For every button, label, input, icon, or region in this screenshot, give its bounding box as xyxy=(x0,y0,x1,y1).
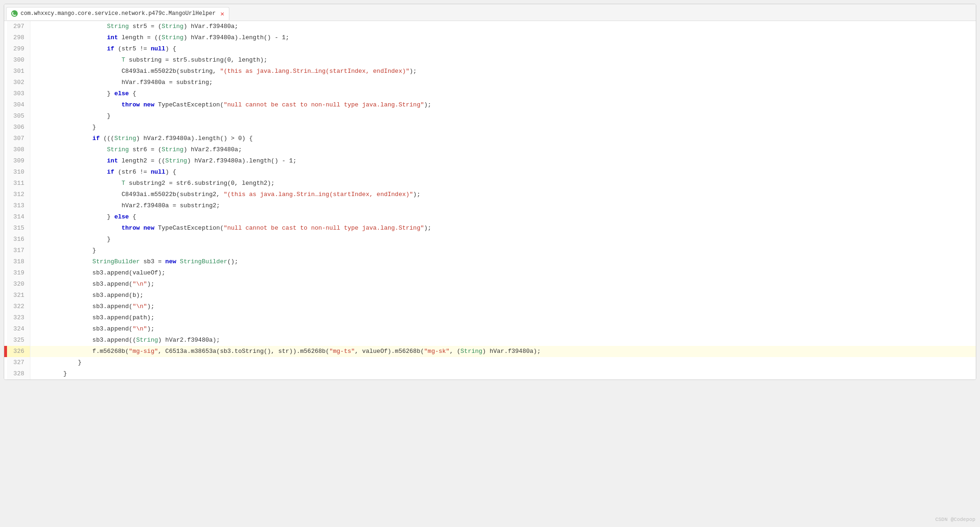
line-content: sb3.append("\n"); xyxy=(30,323,158,335)
line-content: } xyxy=(30,245,100,256)
code-line: 302 hVar.f39480a = substring; xyxy=(4,77,976,88)
code-line: 316 } xyxy=(4,234,976,245)
code-line: 306 } xyxy=(4,122,976,133)
line-number: 305 xyxy=(7,111,30,122)
code-line: 304 throw new TypeCastException("null ca… xyxy=(4,99,976,111)
code-line: 312 C8493ai.m55022b(substring2, "(this a… xyxy=(4,189,976,200)
code-line: 313 hVar2.f39480a = substring2; xyxy=(4,200,976,211)
code-line: 321 sb3.append(b); xyxy=(4,290,976,301)
code-line: 298 int length = ((String) hVar.f39480a)… xyxy=(4,32,976,43)
line-number: 297 xyxy=(7,21,30,32)
line-content: T substring2 = str6.substring(0, length2… xyxy=(30,178,278,189)
line-number: 322 xyxy=(7,301,30,312)
line-content: if (((String) hVar2.f39480a).length() > … xyxy=(30,133,256,144)
java-icon xyxy=(11,10,18,17)
line-number: 301 xyxy=(7,66,30,77)
line-content: } else { xyxy=(30,211,140,223)
line-content: hVar.f39480a = substring; xyxy=(30,77,216,88)
code-line: 324 sb3.append("\n"); xyxy=(4,323,976,335)
line-content: } xyxy=(30,122,100,133)
line-number: 312 xyxy=(7,189,30,200)
line-content: if (str6 != null) { xyxy=(30,167,180,178)
line-content: int length = ((String) hVar.f39480a).len… xyxy=(30,32,293,43)
line-content: sb3.append(b); xyxy=(30,290,147,301)
line-content: } xyxy=(30,357,85,368)
code-line: 311 T substring2 = str6.substring(0, len… xyxy=(4,178,976,189)
line-number: 315 xyxy=(7,223,30,234)
line-content: } xyxy=(30,368,71,379)
code-line: 325 sb3.append((String) hVar2.f39480a); xyxy=(4,335,976,346)
line-number: 321 xyxy=(7,290,30,301)
line-number: 300 xyxy=(7,55,30,66)
line-content: hVar2.f39480a = substring2; xyxy=(30,200,224,211)
code-line: 309 int length2 = ((String) hVar2.f39480… xyxy=(4,155,976,167)
code-line: 305 } xyxy=(4,111,976,122)
line-number: 318 xyxy=(7,256,30,267)
code-line: 317 } xyxy=(4,245,976,256)
line-content: int length2 = ((String) hVar2.f39480a).l… xyxy=(30,155,300,167)
code-line: 297 String str5 = (String) hVar.f39480a; xyxy=(4,21,976,32)
line-content: sb3.append(valueOf); xyxy=(30,267,169,279)
code-line: 327 } xyxy=(4,357,976,368)
file-tab[interactable]: com.whxxcy.mango.core.service.network.p4… xyxy=(6,7,229,20)
code-line: 319 sb3.append(valueOf); xyxy=(4,267,976,279)
code-line: 328 } xyxy=(4,368,976,379)
line-content: C8493ai.m55022b(substring2, "(this as ja… xyxy=(30,189,424,200)
line-content: sb3.append("\n"); xyxy=(30,301,158,312)
line-content: throw new TypeCastException("null cannot… xyxy=(30,223,435,234)
line-number: 327 xyxy=(7,357,30,368)
line-number: 317 xyxy=(7,245,30,256)
line-number: 313 xyxy=(7,200,30,211)
line-number: 325 xyxy=(7,335,30,346)
line-number: 311 xyxy=(7,178,30,189)
line-content: f.m56268b("mg-sig", C6513a.m38653a(sb3.t… xyxy=(30,346,544,357)
line-content: if (str5 != null) { xyxy=(30,43,180,55)
line-content: String str5 = (String) hVar.f39480a; xyxy=(30,21,242,32)
line-number: 324 xyxy=(7,323,30,335)
line-content: sb3.append((String) hVar2.f39480a); xyxy=(30,335,224,346)
line-content: } xyxy=(30,111,114,122)
code-line: 300 T substring = str5.substring(0, leng… xyxy=(4,55,976,66)
code-line: 301 C8493ai.m55022b(substring, "(this as… xyxy=(4,66,976,77)
line-content: sb3.append("\n"); xyxy=(30,279,158,290)
line-content: } else { xyxy=(30,88,140,99)
code-line: 320 sb3.append("\n"); xyxy=(4,279,976,290)
line-content: String str6 = (String) hVar2.f39480a; xyxy=(30,144,246,155)
code-line: 322 sb3.append("\n"); xyxy=(4,301,976,312)
line-number: 299 xyxy=(7,43,30,55)
line-number: 319 xyxy=(7,267,30,279)
line-content: C8493ai.m55022b(substring, "(this as jav… xyxy=(30,66,420,77)
line-number: 303 xyxy=(7,88,30,99)
line-content: throw new TypeCastException("null cannot… xyxy=(30,99,435,111)
line-content: StringBuilder sb3 = new StringBuilder(); xyxy=(30,256,242,267)
code-line: 299 if (str5 != null) { xyxy=(4,43,976,55)
code-line: 308 String str6 = (String) hVar2.f39480a… xyxy=(4,144,976,155)
line-number: 323 xyxy=(7,312,30,323)
line-number: 304 xyxy=(7,99,30,111)
line-number: 302 xyxy=(7,77,30,88)
code-line: 318 StringBuilder sb3 = new StringBuilde… xyxy=(4,256,976,267)
line-number: 316 xyxy=(7,234,30,245)
line-content: } xyxy=(30,234,114,245)
line-number: 308 xyxy=(7,144,30,155)
line-number: 306 xyxy=(7,122,30,133)
line-content: T substring = str5.substring(0, length); xyxy=(30,55,271,66)
line-number: 326 xyxy=(7,346,30,357)
code-window: com.whxxcy.mango.core.service.network.p4… xyxy=(4,4,976,380)
tab-bar: com.whxxcy.mango.core.service.network.p4… xyxy=(4,4,976,21)
code-line: 303 } else { xyxy=(4,88,976,99)
code-line: 315 throw new TypeCastException("null ca… xyxy=(4,223,976,234)
code-line: 326 f.m56268b("mg-sig", C6513a.m38653a(s… xyxy=(4,346,976,357)
line-number: 320 xyxy=(7,279,30,290)
code-editor: 297 String str5 = (String) hVar.f39480a;… xyxy=(4,21,976,379)
code-line: 323 sb3.append(path); xyxy=(4,312,976,323)
tab-label: com.whxxcy.mango.core.service.network.p4… xyxy=(21,10,216,17)
close-tab-button[interactable]: ✕ xyxy=(220,10,224,18)
line-number: 309 xyxy=(7,155,30,167)
line-number: 307 xyxy=(7,133,30,144)
line-content: sb3.append(path); xyxy=(30,312,158,323)
code-line: 314 } else { xyxy=(4,211,976,223)
line-number: 328 xyxy=(7,368,30,379)
code-line: 310 if (str6 != null) { xyxy=(4,167,976,178)
line-number: 314 xyxy=(7,211,30,223)
